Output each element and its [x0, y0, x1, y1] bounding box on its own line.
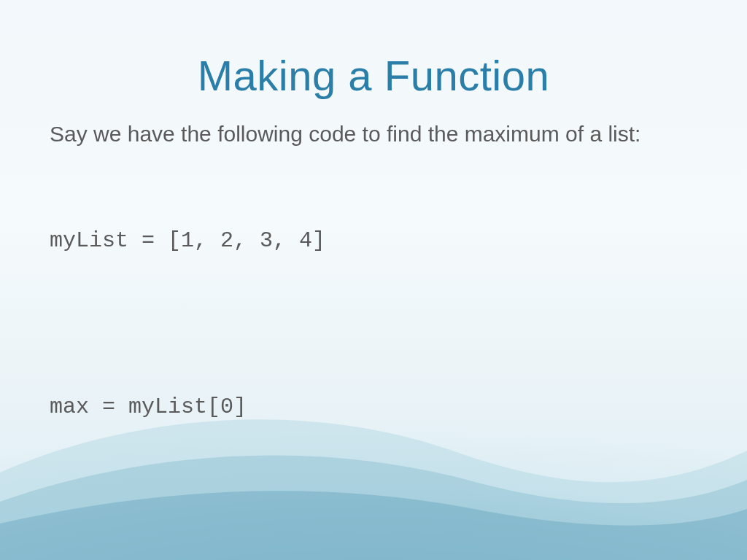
- code-blank-line: [50, 314, 697, 333]
- code-blank-line: [50, 481, 697, 500]
- code-line: myList = [1, 2, 3, 4]: [50, 226, 697, 256]
- code-block: myList = [1, 2, 3, 4] max = myList[0] fo…: [50, 167, 697, 561]
- slide-title: Making a Function: [50, 51, 697, 100]
- slide-content: Making a Function Say we have the follow…: [0, 0, 747, 560]
- slide-intro-text: Say we have the following code to find t…: [50, 120, 697, 148]
- code-line: max = myList[0]: [50, 392, 697, 422]
